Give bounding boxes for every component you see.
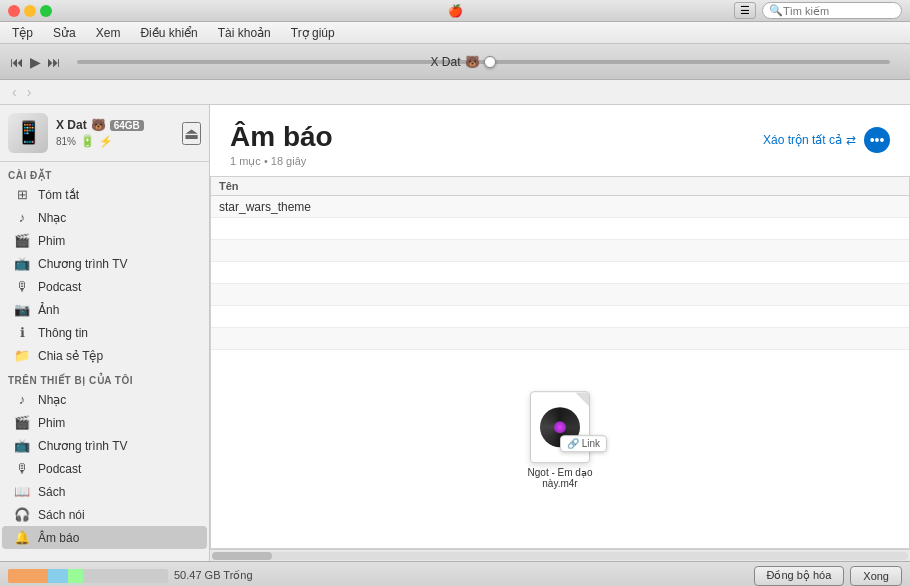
sidebar-item-label: Nhạc bbox=[38, 393, 66, 407]
link-icon: 🔗 bbox=[567, 438, 579, 449]
sidebar-item-label: Âm báo bbox=[38, 531, 79, 545]
thong-tin-icon: ℹ bbox=[14, 325, 30, 340]
nhac-2-icon: ♪ bbox=[14, 392, 30, 407]
menu-tro-giup[interactable]: Trợ giúp bbox=[287, 25, 339, 41]
sidebar-item-label: Podcast bbox=[38, 280, 81, 294]
scroll-thumb[interactable] bbox=[212, 552, 272, 560]
play-button[interactable]: ▶ bbox=[30, 54, 41, 70]
device-emoji: 🐻 bbox=[465, 55, 480, 69]
sidebar-item-label: Chia sẻ Tệp bbox=[38, 349, 103, 363]
device-info: X Dat 🐻 64GB 81% 🔋 ⚡ bbox=[56, 118, 174, 148]
sidebar-item-nhac-1[interactable]: ♪ Nhạc bbox=[2, 206, 207, 229]
more-button[interactable]: ••• bbox=[864, 127, 890, 153]
sidebar-item-label: Chương trình TV bbox=[38, 257, 127, 271]
sidebar-item-tom-tat[interactable]: ⊞ Tóm tắt bbox=[2, 183, 207, 206]
sach-noi-icon: 🎧 bbox=[14, 507, 30, 522]
sync-button[interactable]: Đồng bộ hóa bbox=[754, 566, 845, 586]
menu-xem[interactable]: Xem bbox=[92, 25, 125, 41]
anh-icon: 📷 bbox=[14, 302, 30, 317]
sidebar: 📱 X Dat 🐻 64GB 81% 🔋 ⚡ ⏏ Cài đặt ⊞ Tóm t… bbox=[0, 105, 210, 561]
content-area: Âm báo 1 mục • 18 giây Xáo trộn tất cả ⇄… bbox=[210, 105, 910, 561]
eject-button[interactable]: ⏏ bbox=[182, 122, 201, 145]
rewind-button[interactable]: ⏮ bbox=[10, 54, 24, 70]
minimize-button[interactable] bbox=[24, 5, 36, 17]
device-title: X Dat 🐻 bbox=[430, 55, 479, 69]
nav-arrows: ‹ › bbox=[0, 80, 910, 105]
done-button[interactable]: Xong bbox=[850, 566, 902, 586]
device-name-emoji: 🐻 bbox=[91, 118, 106, 132]
sidebar-item-podcast-1[interactable]: 🎙 Podcast bbox=[2, 275, 207, 298]
table-row-empty-5 bbox=[211, 306, 909, 328]
search-input[interactable] bbox=[783, 5, 893, 17]
table-row[interactable]: star_wars_theme bbox=[211, 196, 909, 218]
sidebar-item-am-bao[interactable]: 🔔 Âm báo bbox=[2, 526, 207, 549]
maximize-button[interactable] bbox=[40, 5, 52, 17]
page-subtitle: 1 mục • 18 giây bbox=[230, 155, 333, 168]
table-row-empty-6 bbox=[211, 328, 909, 350]
back-button[interactable]: ‹ bbox=[8, 84, 21, 100]
window-controls bbox=[8, 5, 52, 17]
menu-dieu-khien[interactable]: Điều khiển bbox=[136, 25, 201, 41]
title-bar-right: ☰ 🔍 bbox=[734, 2, 902, 19]
sidebar-item-phim-1[interactable]: 🎬 Phim bbox=[2, 229, 207, 252]
title-bar: 🍎 ☰ 🔍 bbox=[0, 0, 910, 22]
am-bao-icon: 🔔 bbox=[14, 530, 30, 545]
sidebar-item-label: Ảnh bbox=[38, 303, 59, 317]
storage-free-label: 50.47 GB Trống bbox=[174, 569, 253, 582]
shuffle-icon: ⇄ bbox=[846, 133, 856, 147]
sidebar-item-thong-tin[interactable]: ℹ Thông tin bbox=[2, 321, 207, 344]
sidebar-item-label: Chương trình TV bbox=[38, 439, 127, 453]
sidebar-item-sach-noi[interactable]: 🎧 Sách nói bbox=[2, 503, 207, 526]
section-thiet-bi: Trên Thiết bị của tôi bbox=[0, 367, 209, 388]
transport-bar: ⏮ ▶ ⏭ X Dat 🐻 bbox=[0, 44, 910, 80]
row-filename: star_wars_theme bbox=[219, 200, 901, 214]
search-box[interactable]: 🔍 bbox=[762, 2, 902, 19]
shuffle-link[interactable]: Xáo trộn tất cả ⇄ bbox=[763, 133, 856, 147]
menu-sua[interactable]: Sửa bbox=[49, 25, 80, 41]
search-icon: 🔍 bbox=[769, 4, 783, 17]
device-header: 📱 X Dat 🐻 64GB 81% 🔋 ⚡ ⏏ bbox=[0, 105, 209, 162]
header-actions: Xáo trộn tất cả ⇄ ••• bbox=[763, 127, 890, 153]
menu-button[interactable]: ☰ bbox=[734, 2, 756, 19]
device-name: X Dat 🐻 64GB bbox=[56, 118, 174, 132]
podcast-1-icon: 🎙 bbox=[14, 279, 30, 294]
storage-bar-container: 50.47 GB Trống bbox=[8, 569, 253, 583]
ringtones-table[interactable]: Tên star_wars_theme bbox=[210, 176, 910, 549]
sidebar-item-chia-se-tep[interactable]: 📁 Chia sẻ Tệp bbox=[2, 344, 207, 367]
sidebar-item-chuong-trinh-tv-1[interactable]: 📺 Chương trình TV bbox=[2, 252, 207, 275]
close-button[interactable] bbox=[8, 5, 20, 17]
vinyl-center bbox=[554, 421, 566, 433]
storage-other-segment bbox=[68, 569, 83, 583]
phim-1-icon: 🎬 bbox=[14, 233, 30, 248]
progress-bar[interactable] bbox=[77, 60, 890, 64]
sidebar-item-label: Sách nói bbox=[38, 508, 85, 522]
sidebar-item-chuong-trinh-tv-2[interactable]: 📺 Chương trình TV bbox=[2, 434, 207, 457]
sidebar-item-label: Thông tin bbox=[38, 326, 88, 340]
sidebar-item-podcast-2[interactable]: 🎙 Podcast bbox=[2, 457, 207, 480]
page-title: Âm báo bbox=[230, 121, 333, 153]
sidebar-item-sach[interactable]: 📖 Sách bbox=[2, 480, 207, 503]
bottom-actions: Đồng bộ hóa Xong bbox=[754, 566, 902, 586]
battery-icon: 🔋 bbox=[80, 134, 95, 148]
tom-tat-icon: ⊞ bbox=[14, 187, 30, 202]
table-row-empty-3 bbox=[211, 262, 909, 284]
page-title-group: Âm báo 1 mục • 18 giây bbox=[230, 121, 333, 168]
sidebar-item-nhac-2[interactable]: ♪ Nhạc bbox=[2, 388, 207, 411]
progress-thumb[interactable] bbox=[484, 56, 496, 68]
sidebar-item-anh[interactable]: 📷 Ảnh bbox=[2, 298, 207, 321]
menu-tai-khoan[interactable]: Tài khoản bbox=[214, 25, 275, 41]
link-badge: 🔗 Link bbox=[560, 435, 607, 452]
fast-forward-button[interactable]: ⏭ bbox=[47, 54, 61, 70]
column-name: Tên bbox=[219, 180, 901, 192]
battery-row: 81% 🔋 ⚡ bbox=[56, 134, 174, 148]
sidebar-item-phim-2[interactable]: 🎬 Phim bbox=[2, 411, 207, 434]
horizontal-scrollbar[interactable] bbox=[210, 549, 910, 561]
scroll-track[interactable] bbox=[212, 552, 908, 560]
main-container: 📱 X Dat 🐻 64GB 81% 🔋 ⚡ ⏏ Cài đặt ⊞ Tóm t… bbox=[0, 105, 910, 561]
sidebar-item-label: Phim bbox=[38, 416, 65, 430]
forward-button[interactable]: › bbox=[23, 84, 36, 100]
menu-tep[interactable]: Tệp bbox=[8, 25, 37, 41]
file-icon-container[interactable]: 🔗 Link Ngot - Em dạo này.m4r bbox=[520, 391, 600, 489]
nhac-1-icon: ♪ bbox=[14, 210, 30, 225]
tv-2-icon: 📺 bbox=[14, 438, 30, 453]
